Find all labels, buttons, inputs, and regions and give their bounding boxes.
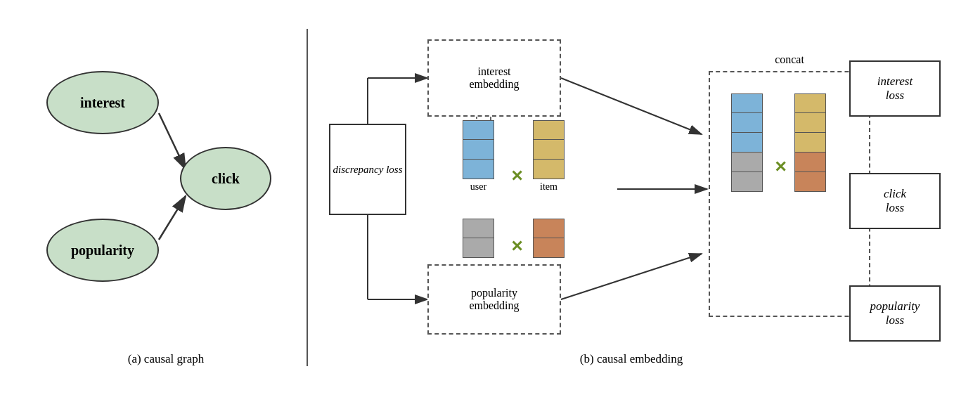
- interest-label: interest: [80, 95, 125, 111]
- popularity-user-block: [463, 219, 494, 258]
- causal-graph-caption: (a) causal graph: [128, 352, 205, 366]
- popularity-embedding-box: popularity embedding: [427, 264, 561, 335]
- popularity-ellipse: popularity: [46, 219, 159, 282]
- popularity-x-symbol: ✕: [506, 236, 527, 257]
- click-loss-label: click loss: [884, 187, 906, 215]
- click-label: click: [212, 171, 240, 187]
- interest-user-block: user: [463, 120, 494, 193]
- click-ellipse: click: [180, 147, 271, 210]
- svg-line-9: [561, 254, 702, 299]
- interest-x-symbol: ✕: [506, 166, 527, 187]
- popularity-item-block: [533, 219, 565, 258]
- click-loss-box: click loss: [849, 173, 941, 229]
- causal-embedding-caption: (b) causal embedding: [580, 352, 683, 366]
- item-label: item: [533, 181, 565, 193]
- discrepancy-loss-box: discrepancy loss: [329, 124, 406, 215]
- interest-embedding-label: interest embedding: [469, 65, 519, 91]
- concat-label: concat: [709, 53, 870, 66]
- discrepancy-loss-label: discrepancy loss: [333, 164, 402, 176]
- interest-loss-box: interest loss: [849, 60, 941, 117]
- svg-line-2: [159, 196, 186, 240]
- causal-embedding-panel: discrepancy loss interest embedding popu…: [315, 15, 948, 380]
- section-divider: [307, 29, 308, 366]
- popularity-label: popularity: [71, 242, 134, 259]
- concat-x-symbol: ✕: [770, 157, 791, 178]
- concat-box: ✕: [709, 71, 870, 317]
- main-container: interest popularity click (a) causal gra…: [0, 0, 980, 395]
- causal-graph-panel: interest popularity click (a) causal gra…: [32, 15, 299, 380]
- svg-line-8: [561, 78, 702, 134]
- user-label: user: [463, 181, 494, 193]
- interest-embedding-box: interest embedding: [427, 39, 561, 117]
- popularity-embedding-label: popularity embedding: [469, 287, 519, 312]
- svg-line-1: [159, 113, 186, 169]
- popularity-loss-label: popularity loss: [870, 299, 920, 328]
- interest-item-block: item: [533, 120, 565, 193]
- interest-loss-label: interest loss: [877, 75, 913, 103]
- interest-ellipse: interest: [46, 71, 159, 134]
- popularity-loss-box: popularity loss: [849, 285, 941, 342]
